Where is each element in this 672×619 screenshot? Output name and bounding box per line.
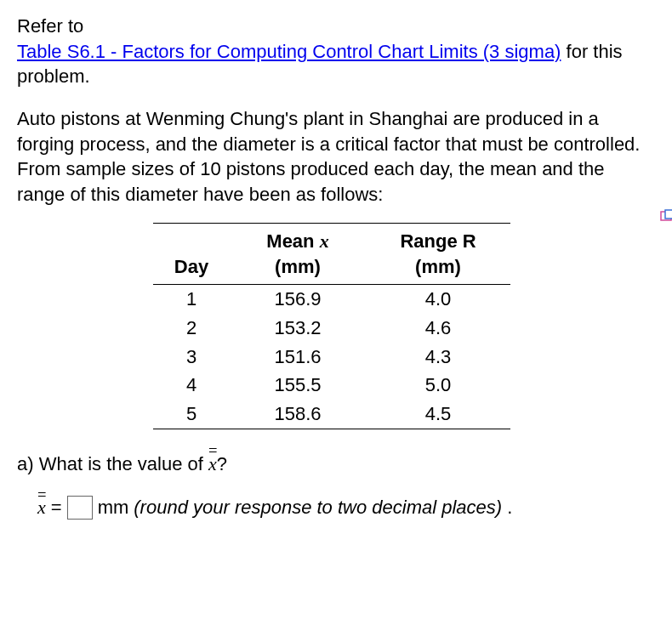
table-row: 4 155.5 5.0 xyxy=(153,371,510,400)
equals-sign: = xyxy=(51,495,62,520)
x-double-bar: x xyxy=(208,451,217,477)
problem-statement: Auto pistons at Wenming Chung's plant in… xyxy=(17,106,655,207)
header-range: Range R (mm) xyxy=(366,223,510,284)
header-day: Day xyxy=(153,223,230,284)
svg-rect-1 xyxy=(665,210,672,219)
table-row: 2 153.2 4.6 xyxy=(153,314,510,343)
cell-day: 1 xyxy=(153,285,230,314)
table-action-icon[interactable] xyxy=(660,204,672,218)
period: . xyxy=(507,495,512,520)
table-row: 5 158.6 4.5 xyxy=(153,400,510,429)
table-row: 1 156.9 4.0 xyxy=(153,285,510,314)
cell-range: 5.0 xyxy=(366,371,510,400)
cell-mean: 155.5 xyxy=(230,371,366,400)
table-reference-link[interactable]: Table S6.1 - Factors for Computing Contr… xyxy=(17,41,561,62)
cell-mean: 153.2 xyxy=(230,314,366,343)
answer-row: x = mm (round your response to two decim… xyxy=(37,495,655,520)
cell-range: 4.0 xyxy=(366,285,510,314)
cell-day: 4 xyxy=(153,371,230,400)
cell-day: 5 xyxy=(153,400,230,429)
table-header-row: Day Mean x (mm) Range R (mm) xyxy=(153,223,510,284)
table-row: 3 151.6 4.3 xyxy=(153,343,510,372)
intro-text: Refer to Table S6.1 - Factors for Comput… xyxy=(17,14,655,89)
rounding-hint: (round your response to two decimal plac… xyxy=(134,495,502,520)
cell-mean: 151.6 xyxy=(230,343,366,372)
unit-label: mm xyxy=(98,495,129,520)
header-mean: Mean x (mm) xyxy=(230,223,366,284)
cell-day: 3 xyxy=(153,343,230,372)
intro-pre: Refer to xyxy=(17,15,83,37)
cell-range: 4.5 xyxy=(366,400,510,429)
x-double-bar-answer: x xyxy=(37,495,46,520)
data-table: Day Mean x (mm) Range R (mm) 1 156.9 4.0… xyxy=(153,223,510,429)
question-post: ? xyxy=(217,453,227,474)
cell-day: 2 xyxy=(153,314,230,343)
cell-mean: 158.6 xyxy=(230,400,366,429)
cell-mean: 156.9 xyxy=(230,285,366,314)
data-table-wrapper: Day Mean x (mm) Range R (mm) 1 156.9 4.0… xyxy=(153,223,655,429)
question-pre: a) What is the value of xyxy=(17,453,208,474)
cell-range: 4.3 xyxy=(366,343,510,372)
question-a: a) What is the value of x? xyxy=(17,451,655,477)
answer-input[interactable] xyxy=(67,496,93,520)
cell-range: 4.6 xyxy=(366,314,510,343)
